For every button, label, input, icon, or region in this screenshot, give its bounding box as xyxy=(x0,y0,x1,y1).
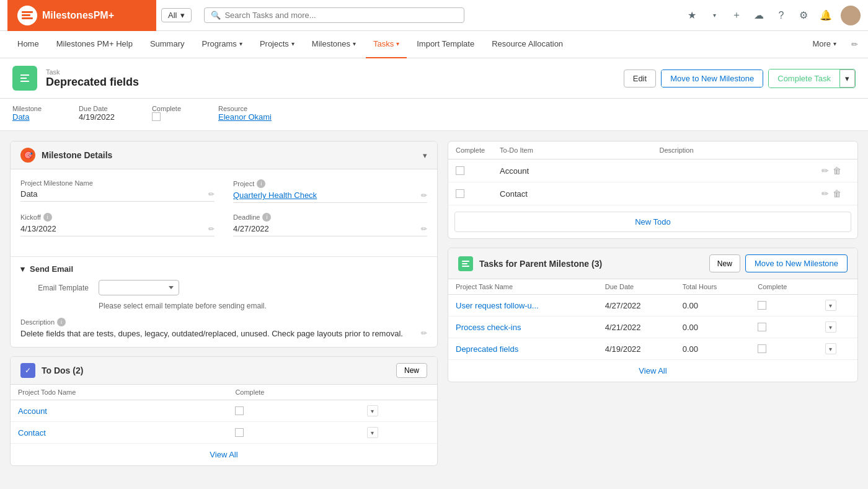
complete-task-button[interactable]: Complete Task xyxy=(769,70,839,87)
task-link-2[interactable]: Deprecated fields xyxy=(456,344,518,354)
more-chevron: ▾ xyxy=(833,40,836,47)
nav-projects-label: Projects xyxy=(260,39,289,48)
nav-import-template[interactable]: Import Template xyxy=(409,31,482,58)
task-checkbox-1[interactable] xyxy=(758,323,766,331)
milestone-details-card: 🎯 Milestone Details ▾ Project Milestone … xyxy=(10,141,438,348)
todo-item-checkbox-contact[interactable] xyxy=(456,189,464,198)
todo-dropdown-account[interactable]: ▾ xyxy=(367,405,378,416)
todo-item-delete-account[interactable]: 🗑 xyxy=(833,166,841,176)
todos-view-all-link[interactable]: View All xyxy=(210,450,237,459)
all-filter-chevron: ▾ xyxy=(180,11,185,20)
cloud-icon[interactable]: ☁ xyxy=(751,8,766,23)
meta-milestone-value[interactable]: Data xyxy=(12,112,29,122)
email-help-text: Please select email template before send… xyxy=(99,302,427,310)
app-logo-text: MilestonesPM+ xyxy=(42,10,114,21)
email-template-label: Email Template xyxy=(20,284,89,292)
todo-item-edit-contact[interactable]: ✏ xyxy=(822,189,829,199)
meta-complete-checkbox[interactable] xyxy=(152,112,161,121)
col-task-name: Project Task Name xyxy=(448,279,598,295)
nav-projects[interactable]: Projects ▾ xyxy=(252,31,302,58)
meta-complete-label: Complete xyxy=(152,105,181,112)
description-edit-icon[interactable]: ✏ xyxy=(421,329,427,338)
new-todo-button[interactable]: New Todo xyxy=(454,212,851,232)
todo-checkbox-contact[interactable] xyxy=(235,428,244,437)
nav-more[interactable]: More ▾ xyxy=(805,31,844,58)
search-input[interactable] xyxy=(224,11,458,20)
todo-link-account[interactable]: Account xyxy=(18,406,47,416)
task-due-1: 4/21/2022 xyxy=(598,316,675,338)
nav-summary[interactable]: Summary xyxy=(143,31,192,58)
meta-complete-check xyxy=(152,112,181,121)
col-task-actions xyxy=(818,279,857,295)
nav-programs[interactable]: Programs ▾ xyxy=(195,31,250,58)
project-milestone-name-edit[interactable]: ✏ xyxy=(208,190,215,199)
todos-title: To Dos (2) xyxy=(42,366,83,375)
email-template-select[interactable] xyxy=(99,280,179,295)
send-email-header[interactable]: ▾ Send Email xyxy=(20,264,427,274)
tasks-move-button[interactable]: Move to New Milestone xyxy=(745,254,848,272)
task-dropdown-2[interactable]: ▾ xyxy=(825,343,836,354)
milestone-details-chevron[interactable]: ▾ xyxy=(423,151,427,160)
todo-actions-contact: ▾ xyxy=(360,422,437,444)
nav-resource-allocation[interactable]: Resource Allocation xyxy=(484,31,570,58)
tasks-icon xyxy=(458,256,473,271)
nav-milestones-help[interactable]: Milestones PM+ Help xyxy=(49,31,140,58)
task-checkbox-2[interactable] xyxy=(758,344,766,353)
nav-tasks-label: Tasks xyxy=(373,39,394,48)
todo-item-delete-contact[interactable]: 🗑 xyxy=(833,189,841,199)
page-header-left: Task Deprecated fields xyxy=(12,66,139,91)
project-val: Quarterly Health Check ✏ xyxy=(233,188,427,203)
task-actions-0: ▾ xyxy=(818,295,857,316)
task-dropdown-1[interactable]: ▾ xyxy=(825,321,836,333)
deadline-edit-icon[interactable]: ✏ xyxy=(421,225,427,233)
todo-item-checkbox-account[interactable] xyxy=(456,166,464,175)
kickoff-edit-icon[interactable]: ✏ xyxy=(208,225,215,233)
nav-home[interactable]: Home xyxy=(10,31,46,58)
help-icon[interactable]: ? xyxy=(774,8,789,23)
col-todo-complete: Complete xyxy=(228,385,359,400)
todo-link-contact[interactable]: Contact xyxy=(18,428,46,437)
col-todo-actions xyxy=(360,385,437,400)
favorites-icon[interactable]: ★ xyxy=(684,8,699,23)
todos-new-button[interactable]: New xyxy=(396,363,427,378)
nav-edit-icon[interactable]: ✏ xyxy=(851,40,858,49)
project-info-icon: i xyxy=(257,179,265,188)
email-template-row: Email Template xyxy=(20,280,427,295)
task-link-0[interactable]: User request follow-u... xyxy=(456,301,539,310)
add-icon[interactable]: ＋ xyxy=(729,8,744,23)
bell-icon[interactable]: 🔔 xyxy=(818,8,833,23)
form-row-dates: Kickoff i 4/13/2022 ✏ Deadline i xyxy=(20,213,427,236)
todo-items-header-row: Complete To-Do Item Description xyxy=(448,141,857,159)
todo-item-desc-account xyxy=(652,159,814,182)
project-edit-icon[interactable]: ✏ xyxy=(421,191,427,200)
todo-item-actions-account: ✏ 🗑 xyxy=(814,159,857,182)
task-link-1[interactable]: Process check-ins xyxy=(456,323,521,332)
task-dropdown-0[interactable]: ▾ xyxy=(825,300,836,311)
complete-task-dropdown[interactable]: ▾ xyxy=(839,70,855,87)
nav-milestones[interactable]: Milestones ▾ xyxy=(304,31,363,58)
task-checkbox-0[interactable] xyxy=(758,301,766,310)
project-link[interactable]: Quarterly Health Check xyxy=(233,191,317,200)
favorites-dropdown-icon[interactable]: ▾ xyxy=(707,8,722,23)
project-milestone-name-val: Data ✏ xyxy=(20,187,215,202)
task-complete-0 xyxy=(750,295,818,316)
todo-checkbox-account[interactable] xyxy=(235,406,244,415)
main-content: 🎯 Milestone Details ▾ Project Milestone … xyxy=(0,131,868,476)
tasks-view-all-link[interactable]: View All xyxy=(639,366,666,375)
move-to-new-milestone-button[interactable]: Move to New Milestone xyxy=(662,70,763,87)
kickoff-label: Kickoff i xyxy=(20,213,215,222)
todo-dropdown-contact[interactable]: ▾ xyxy=(367,427,378,438)
todos-icon: ✓ xyxy=(20,363,35,378)
task-row-2: Deprecated fields 4/19/2022 0.00 ▾ xyxy=(448,338,857,360)
svg-rect-3 xyxy=(462,261,469,262)
settings-icon[interactable]: ⚙ xyxy=(796,8,811,23)
todo-actions-account: ▾ xyxy=(360,400,437,422)
meta-resource-value[interactable]: Eleanor Okami xyxy=(218,112,272,122)
edit-button[interactable]: Edit xyxy=(624,70,656,87)
user-avatar[interactable] xyxy=(841,6,861,25)
tasks-new-button[interactable]: New xyxy=(709,254,740,272)
todo-item-edit-account[interactable]: ✏ xyxy=(822,166,829,176)
nav-tasks[interactable]: Tasks ▾ xyxy=(366,31,407,58)
all-filter[interactable]: All ▾ xyxy=(161,8,192,22)
meta-resource-label: Resource xyxy=(218,105,272,112)
